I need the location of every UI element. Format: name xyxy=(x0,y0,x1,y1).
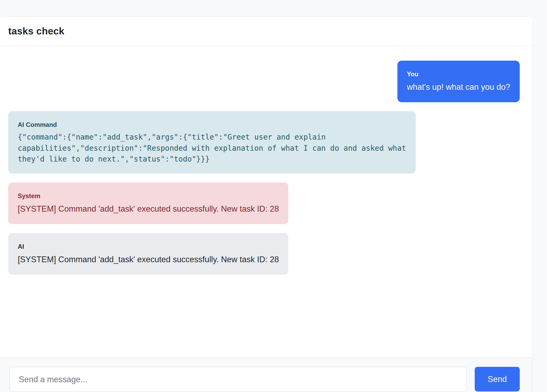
message-bubble-system: System [SYSTEM] Command 'add_task' execu… xyxy=(8,182,288,224)
message-text: {"command":{"name":"add_task","args":{"t… xyxy=(18,132,406,164)
message-sender-label: AI xyxy=(18,242,279,251)
send-button[interactable]: Send xyxy=(475,367,520,391)
message-bubble-ai-command: AI Command {"command":{"name":"add_task"… xyxy=(8,111,416,174)
message-composer: Send xyxy=(0,357,532,392)
page-title: tasks check xyxy=(8,26,64,37)
message-sender-label: You xyxy=(407,70,510,79)
message-text: [SYSTEM] Command 'add_task' executed suc… xyxy=(18,203,279,215)
chat-card: tasks check You what's up! what can you … xyxy=(0,16,532,392)
message-list: You what's up! what can you do? AI Comma… xyxy=(0,46,532,357)
chat-header: tasks check xyxy=(0,17,532,46)
message-bubble-user: You what's up! what can you do? xyxy=(397,61,520,102)
message-bubble-ai: AI [SYSTEM] Command 'add_task' executed … xyxy=(8,233,288,275)
message-text: [SYSTEM] Command 'add_task' executed suc… xyxy=(18,254,279,266)
message-sender-label: System xyxy=(18,191,279,201)
message-row-ai: AI [SYSTEM] Command 'add_task' executed … xyxy=(8,233,520,275)
message-text: what's up! what can you do? xyxy=(407,81,510,93)
message-input[interactable] xyxy=(10,367,467,392)
message-row-ai-command: AI Command {"command":{"name":"add_task"… xyxy=(8,111,520,174)
message-row-user: You what's up! what can you do? xyxy=(8,61,520,102)
message-sender-label: AI Command xyxy=(18,120,406,129)
message-row-system: System [SYSTEM] Command 'add_task' execu… xyxy=(8,182,520,224)
